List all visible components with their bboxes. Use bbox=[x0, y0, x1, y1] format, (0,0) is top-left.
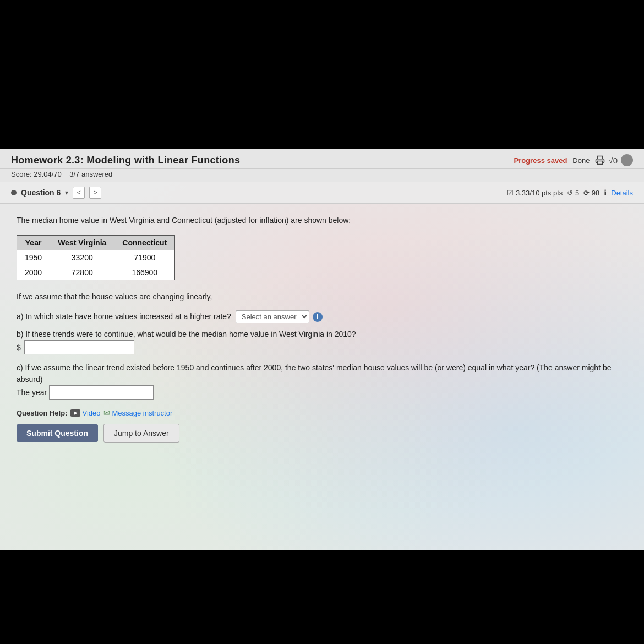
part-a-label: a) In which state have home values incre… bbox=[17, 312, 231, 321]
select-info-icon: i bbox=[313, 312, 323, 322]
message-instructor-link[interactable]: ✉ Message instructor bbox=[103, 408, 172, 417]
part-b: b) If these trends were to continue, wha… bbox=[17, 329, 627, 354]
submissions-icon: ⟳ 98 bbox=[583, 189, 599, 197]
done-label: Done bbox=[572, 156, 590, 165]
data-table: Year West Virginia Connecticut 1950 3320… bbox=[17, 235, 175, 280]
retry-icon: ↺ 5 bbox=[567, 189, 579, 197]
score-value: 29.04/70 bbox=[34, 170, 62, 178]
score-bar: Score: 29.04/70 3/7 answered bbox=[0, 169, 644, 182]
header-bar: Homework 2.3: Modeling with Linear Funct… bbox=[0, 149, 644, 169]
row2-wv: 72800 bbox=[50, 265, 114, 280]
table-row: 2000 72800 166900 bbox=[17, 265, 175, 280]
printer-icon bbox=[595, 155, 605, 165]
assumption-text: If we assume that the house values are c… bbox=[17, 291, 627, 303]
content-area: The median home value in West Virginia a… bbox=[0, 204, 644, 459]
part-c-input[interactable] bbox=[49, 385, 154, 400]
row2-ct: 166900 bbox=[114, 265, 175, 280]
mail-icon: ✉ bbox=[103, 408, 110, 417]
question-status-dot bbox=[11, 190, 17, 195]
year-prefix: The year bbox=[17, 387, 47, 399]
dollar-prefix: $ bbox=[17, 342, 21, 353]
answered-label: 3/7 answered bbox=[69, 170, 112, 178]
col-wv-header: West Virginia bbox=[50, 236, 114, 250]
main-content: Homework 2.3: Modeling with Linear Funct… bbox=[0, 149, 644, 550]
sqrt-icon: √0 bbox=[608, 156, 618, 165]
video-help-link[interactable]: ▶ Video bbox=[70, 409, 100, 417]
message-label: Message instructor bbox=[112, 409, 172, 417]
part-a: a) In which state have home values incre… bbox=[17, 310, 627, 323]
col-year-header: Year bbox=[17, 236, 50, 250]
svg-rect-0 bbox=[598, 161, 603, 165]
question-nav-bar: Question 6 ▾ < > ☑ 3.33/10 pts pts ↺ 5 ⟳… bbox=[0, 182, 644, 204]
part-c: c) If we assume the linear trend existed… bbox=[17, 362, 627, 400]
score-label: Score: bbox=[11, 170, 32, 178]
part-c-input-row: The year bbox=[17, 385, 627, 400]
row1-ct: 71900 bbox=[114, 250, 175, 265]
question-nav-right: ☑ 3.33/10 pts pts ↺ 5 ⟳ 98 ℹ Details bbox=[507, 188, 633, 197]
part-c-label: c) If we assume the linear trend existed… bbox=[17, 362, 627, 385]
prev-question-arrow[interactable]: < bbox=[73, 187, 85, 199]
bottom-black-bar bbox=[0, 550, 644, 644]
part-b-input[interactable] bbox=[24, 340, 134, 354]
details-link[interactable]: Details bbox=[611, 189, 633, 197]
answer-select: Select an answer West Virginia Connectic… bbox=[236, 310, 323, 323]
question-nav-left: Question 6 ▾ < > bbox=[11, 187, 101, 199]
part-a-select[interactable]: Select an answer West Virginia Connectic… bbox=[236, 310, 309, 323]
help-label: Question Help: bbox=[17, 409, 67, 417]
header-left: Homework 2.3: Modeling with Linear Funct… bbox=[11, 155, 240, 166]
info-icon: ℹ bbox=[604, 188, 607, 197]
jump-to-answer-button[interactable]: Jump to Answer bbox=[103, 424, 179, 443]
header-icons: √0 bbox=[595, 154, 633, 166]
header-right: Progress saved Done √0 bbox=[514, 154, 634, 166]
submit-question-button[interactable]: Submit Question bbox=[17, 424, 98, 442]
progress-saved-label: Progress saved bbox=[514, 156, 567, 165]
row1-year: 1950 bbox=[17, 250, 50, 265]
col-ct-header: Connecticut bbox=[114, 236, 175, 250]
video-icon: ▶ bbox=[70, 409, 80, 417]
question-intro: The median home value in West Virginia a… bbox=[17, 215, 627, 226]
part-b-input-row: $ bbox=[17, 340, 627, 354]
next-question-arrow[interactable]: > bbox=[89, 187, 101, 199]
profile-icon bbox=[621, 154, 633, 166]
row1-wv: 33200 bbox=[50, 250, 114, 265]
pts-badge: ☑ 3.33/10 pts pts bbox=[507, 189, 563, 197]
table-row: 1950 33200 71900 bbox=[17, 250, 175, 265]
part-b-label: b) If these trends were to continue, wha… bbox=[17, 329, 627, 340]
video-label: Video bbox=[82, 409, 100, 417]
button-row: Submit Question Jump to Answer bbox=[17, 424, 627, 443]
question-label: Question 6 bbox=[21, 188, 61, 197]
question-help: Question Help: ▶ Video ✉ Message instruc… bbox=[17, 408, 627, 417]
row2-year: 2000 bbox=[17, 265, 50, 280]
top-black-bar bbox=[0, 0, 644, 149]
question-dropdown[interactable]: ▾ bbox=[65, 189, 68, 197]
page-title: Homework 2.3: Modeling with Linear Funct… bbox=[11, 155, 240, 166]
